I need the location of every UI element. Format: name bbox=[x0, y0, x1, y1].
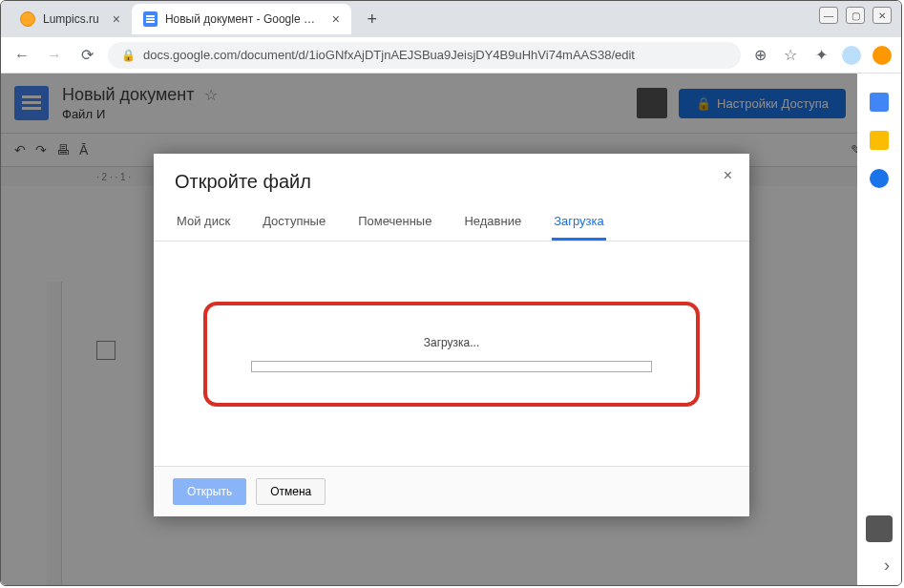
new-tab-button[interactable]: + bbox=[359, 6, 386, 32]
profile-avatar[interactable] bbox=[842, 46, 861, 65]
lock-icon: 🔒 bbox=[121, 49, 136, 62]
address-bar[interactable]: 🔒 docs.google.com/document/d/1ioGNfxAjDT… bbox=[108, 42, 741, 69]
side-panel: › bbox=[857, 74, 901, 585]
forward-button[interactable]: → bbox=[43, 44, 66, 67]
window-close[interactable]: ✕ bbox=[872, 7, 892, 24]
browser-tab-lumpics[interactable]: Lumpics.ru × bbox=[9, 4, 132, 34]
open-file-dialog: Откройте файл × Мой диск Доступные Помеч… bbox=[154, 154, 749, 516]
tab-recent[interactable]: Недавние bbox=[462, 206, 523, 241]
search-icon[interactable]: ⊕ bbox=[750, 46, 769, 65]
tab-shared[interactable]: Доступные bbox=[261, 206, 327, 241]
browser-tab-docs[interactable]: Новый документ - Google Доку × bbox=[132, 4, 351, 34]
extensions-icon[interactable]: ✦ bbox=[811, 46, 830, 65]
chevron-right-icon[interactable]: › bbox=[884, 556, 890, 576]
close-icon[interactable]: × bbox=[113, 11, 120, 27]
tasks-icon[interactable] bbox=[870, 169, 889, 188]
tab-title: Новый документ - Google Доку bbox=[165, 12, 319, 26]
dialog-title: Откройте файл bbox=[154, 154, 749, 200]
keep-icon[interactable] bbox=[870, 131, 889, 150]
upload-progress-area: Загрузка... bbox=[203, 302, 700, 407]
open-button[interactable]: Открыть bbox=[173, 478, 246, 505]
calendar-icon[interactable] bbox=[870, 93, 889, 112]
url-text: docs.google.com/document/d/1ioGNfxAjDTjn… bbox=[143, 48, 635, 62]
explore-icon[interactable] bbox=[866, 515, 893, 542]
uploading-label: Загрузка... bbox=[424, 336, 480, 349]
tab-my-drive[interactable]: Мой диск bbox=[175, 206, 232, 241]
extension-icon[interactable] bbox=[872, 46, 892, 65]
favicon-docs bbox=[143, 11, 158, 27]
tab-title: Lumpics.ru bbox=[43, 12, 99, 26]
reload-button[interactable]: ⟳ bbox=[75, 44, 98, 67]
cancel-button[interactable]: Отмена bbox=[256, 478, 326, 505]
progress-bar bbox=[251, 361, 652, 372]
window-maximize[interactable]: ▢ bbox=[846, 7, 865, 24]
tab-upload[interactable]: Загрузка bbox=[552, 206, 606, 241]
back-button[interactable]: ← bbox=[11, 44, 33, 67]
tab-starred[interactable]: Помеченные bbox=[356, 206, 433, 241]
bookmark-star-icon[interactable]: ☆ bbox=[781, 46, 800, 65]
window-minimize[interactable]: — bbox=[819, 7, 838, 24]
close-icon[interactable]: × bbox=[332, 11, 340, 27]
favicon-lumpics bbox=[20, 11, 35, 27]
dialog-close-button[interactable]: × bbox=[724, 167, 732, 184]
